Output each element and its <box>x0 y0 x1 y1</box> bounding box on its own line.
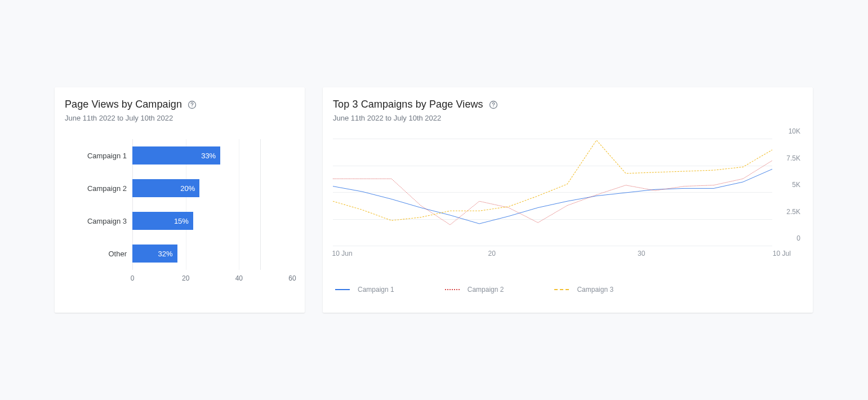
x-tick: 30 <box>638 250 645 257</box>
help-icon[interactable] <box>489 100 498 109</box>
page-views-by-campaign-card: Page Views by Campaign June 11th 2022 to… <box>55 87 305 313</box>
bar-value: 33% <box>201 152 216 160</box>
card-subtitle: June 11th 2022 to July 10th 2022 <box>333 114 800 122</box>
card-header: Page Views by Campaign <box>65 99 292 110</box>
legend-item: Campaign 3 <box>554 286 613 294</box>
y-tick: 5K <box>776 181 800 189</box>
line-chart: 0 2.5K 5K 7.5K 10K 10 Jun 20 30 10 Jul <box>333 139 800 257</box>
y-tick: 10K <box>776 127 800 135</box>
legend-item: Campaign 2 <box>445 286 504 294</box>
legend-item: Campaign 1 <box>335 286 394 294</box>
bar-label: Campaign 1 <box>65 152 132 160</box>
card-header: Top 3 Campaigns by Page Views <box>333 99 800 110</box>
legend-label: Campaign 2 <box>468 286 504 294</box>
card-subtitle: June 11th 2022 to July 10th 2022 <box>65 114 292 122</box>
card-title: Page Views by Campaign <box>65 99 182 110</box>
bar-value: 15% <box>174 217 189 225</box>
x-tick: 10 Jul <box>773 250 791 257</box>
legend-swatch <box>554 289 569 290</box>
x-tick: 0 <box>131 274 135 282</box>
bar-fill: 15% <box>132 212 193 230</box>
bar-fill: 32% <box>132 245 177 263</box>
bar-label: Campaign 3 <box>65 217 132 225</box>
y-tick: 7.5K <box>776 154 800 162</box>
bar-value: 20% <box>180 184 195 193</box>
bar-chart: Campaign 1 33% Campaign 2 20% Campaign 3… <box>65 139 292 287</box>
bar-fill: 33% <box>132 146 220 165</box>
top-campaigns-line-card: Top 3 Campaigns by Page Views June 11th … <box>323 87 813 313</box>
bar-label: Campaign 2 <box>65 184 132 193</box>
svg-point-1 <box>192 106 192 106</box>
x-tick: 10 Jun <box>332 250 353 257</box>
help-icon[interactable] <box>188 100 197 109</box>
bar-x-axis: 0 20 40 60 <box>132 270 292 287</box>
x-tick: 20 <box>182 274 189 282</box>
legend: Campaign 1 Campaign 2 Campaign 3 <box>333 286 800 294</box>
x-tick: 20 <box>488 250 496 257</box>
card-title: Top 3 Campaigns by Page Views <box>333 99 483 110</box>
bar-fill: 20% <box>132 179 199 197</box>
svg-point-3 <box>493 106 493 106</box>
y-tick: 2.5K <box>776 208 800 216</box>
bar-label: Other <box>65 250 132 258</box>
line-series-svg <box>333 139 772 246</box>
y-tick: 0 <box>776 234 800 242</box>
legend-label: Campaign 1 <box>358 286 394 294</box>
bar-value: 32% <box>158 250 172 258</box>
series-campaign-1 <box>333 169 772 224</box>
x-tick: 40 <box>235 274 243 282</box>
x-tick: 60 <box>288 274 296 282</box>
legend-swatch <box>335 289 350 290</box>
series-campaign-3 <box>333 140 772 221</box>
legend-swatch <box>445 289 460 290</box>
legend-label: Campaign 3 <box>577 286 613 294</box>
